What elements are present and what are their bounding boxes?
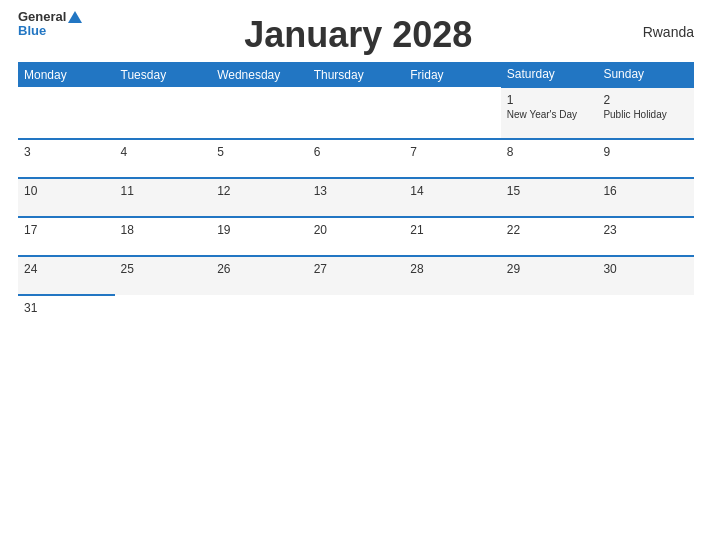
- calendar-day-cell: 14: [404, 178, 501, 217]
- day-number: 14: [410, 184, 495, 198]
- col-monday: Monday: [18, 62, 115, 87]
- calendar-day-cell: 22: [501, 217, 598, 256]
- calendar-day-cell: 2Public Holiday: [597, 87, 694, 139]
- calendar-day-cell: 26: [211, 256, 308, 295]
- calendar-day-cell: 17: [18, 217, 115, 256]
- calendar-day-cell: [308, 87, 405, 139]
- calendar-day-cell: [501, 295, 598, 333]
- day-event-label: Public Holiday: [603, 109, 688, 120]
- calendar-day-cell: [404, 87, 501, 139]
- weekday-header-row: Monday Tuesday Wednesday Thursday Friday…: [18, 62, 694, 87]
- day-number: 12: [217, 184, 302, 198]
- calendar-day-cell: 9: [597, 139, 694, 178]
- day-number: 5: [217, 145, 302, 159]
- calendar-day-cell: [211, 295, 308, 333]
- calendar-week-row: 17181920212223: [18, 217, 694, 256]
- col-wednesday: Wednesday: [211, 62, 308, 87]
- day-number: 21: [410, 223, 495, 237]
- header: General Blue January 2028 Rwanda: [18, 10, 694, 56]
- calendar-day-cell: 27: [308, 256, 405, 295]
- logo: General Blue: [18, 10, 82, 39]
- col-friday: Friday: [404, 62, 501, 87]
- day-number: 2: [603, 93, 688, 107]
- calendar-day-cell: 29: [501, 256, 598, 295]
- col-thursday: Thursday: [308, 62, 405, 87]
- calendar-title: January 2028: [82, 10, 634, 56]
- day-number: 10: [24, 184, 109, 198]
- day-number: 9: [603, 145, 688, 159]
- col-saturday: Saturday: [501, 62, 598, 87]
- calendar-day-cell: 10: [18, 178, 115, 217]
- logo-triangle-icon: [68, 11, 82, 23]
- calendar-day-cell: [115, 295, 212, 333]
- calendar-week-row: 31: [18, 295, 694, 333]
- calendar-day-cell: 3: [18, 139, 115, 178]
- calendar-day-cell: 31: [18, 295, 115, 333]
- day-number: 6: [314, 145, 399, 159]
- logo-blue-text: Blue: [18, 24, 46, 38]
- calendar-day-cell: 28: [404, 256, 501, 295]
- calendar-day-cell: 7: [404, 139, 501, 178]
- calendar-day-cell: 21: [404, 217, 501, 256]
- calendar-day-cell: 18: [115, 217, 212, 256]
- calendar-day-cell: 24: [18, 256, 115, 295]
- day-number: 16: [603, 184, 688, 198]
- day-number: 27: [314, 262, 399, 276]
- day-number: 20: [314, 223, 399, 237]
- calendar-table: Monday Tuesday Wednesday Thursday Friday…: [18, 62, 694, 333]
- calendar-day-cell: 12: [211, 178, 308, 217]
- day-number: 18: [121, 223, 206, 237]
- day-number: 7: [410, 145, 495, 159]
- day-number: 13: [314, 184, 399, 198]
- calendar-day-cell: [404, 295, 501, 333]
- calendar-day-cell: 25: [115, 256, 212, 295]
- calendar-container: General Blue January 2028 Rwanda Monday …: [0, 0, 712, 550]
- calendar-day-cell: 13: [308, 178, 405, 217]
- col-sunday: Sunday: [597, 62, 694, 87]
- calendar-day-cell: 23: [597, 217, 694, 256]
- logo-general-text: General: [18, 10, 66, 24]
- calendar-week-row: 1New Year's Day2Public Holiday: [18, 87, 694, 139]
- calendar-day-cell: 1New Year's Day: [501, 87, 598, 139]
- calendar-day-cell: 6: [308, 139, 405, 178]
- day-number: 19: [217, 223, 302, 237]
- day-number: 11: [121, 184, 206, 198]
- calendar-day-cell: 20: [308, 217, 405, 256]
- day-number: 8: [507, 145, 592, 159]
- calendar-day-cell: [308, 295, 405, 333]
- calendar-day-cell: 4: [115, 139, 212, 178]
- day-number: 1: [507, 93, 592, 107]
- day-event-label: New Year's Day: [507, 109, 592, 120]
- day-number: 29: [507, 262, 592, 276]
- country-label: Rwanda: [634, 10, 694, 40]
- day-number: 28: [410, 262, 495, 276]
- calendar-day-cell: [115, 87, 212, 139]
- day-number: 3: [24, 145, 109, 159]
- day-number: 25: [121, 262, 206, 276]
- day-number: 17: [24, 223, 109, 237]
- day-number: 4: [121, 145, 206, 159]
- calendar-day-cell: 30: [597, 256, 694, 295]
- calendar-day-cell: 15: [501, 178, 598, 217]
- calendar-day-cell: 16: [597, 178, 694, 217]
- col-tuesday: Tuesday: [115, 62, 212, 87]
- calendar-week-row: 10111213141516: [18, 178, 694, 217]
- calendar-week-row: 3456789: [18, 139, 694, 178]
- day-number: 22: [507, 223, 592, 237]
- calendar-day-cell: [18, 87, 115, 139]
- calendar-day-cell: 11: [115, 178, 212, 217]
- calendar-day-cell: 8: [501, 139, 598, 178]
- calendar-day-cell: 5: [211, 139, 308, 178]
- calendar-week-row: 24252627282930: [18, 256, 694, 295]
- day-number: 23: [603, 223, 688, 237]
- day-number: 31: [24, 301, 109, 315]
- calendar-day-cell: 19: [211, 217, 308, 256]
- day-number: 30: [603, 262, 688, 276]
- day-number: 24: [24, 262, 109, 276]
- day-number: 15: [507, 184, 592, 198]
- day-number: 26: [217, 262, 302, 276]
- calendar-day-cell: [597, 295, 694, 333]
- calendar-day-cell: [211, 87, 308, 139]
